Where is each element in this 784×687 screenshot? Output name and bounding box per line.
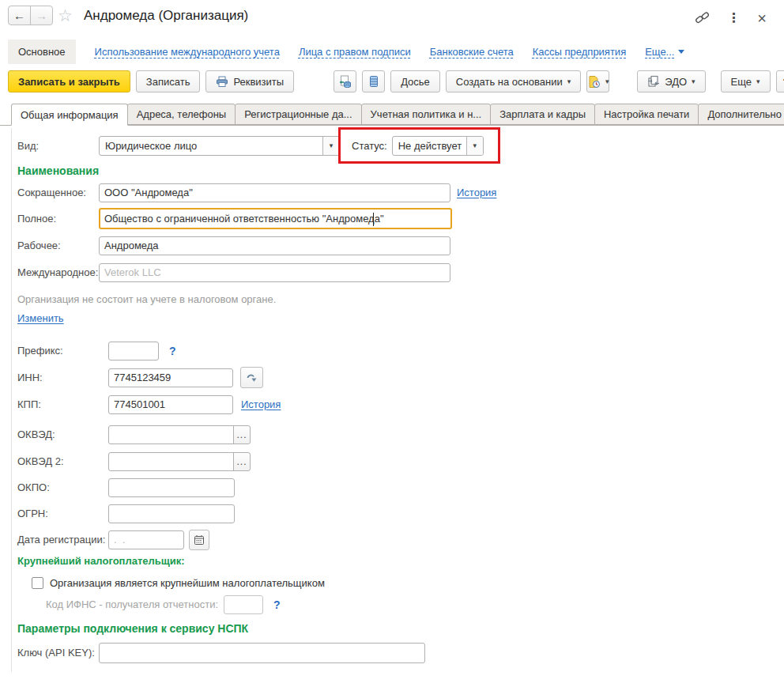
field-row-taxpayer-checkbox: Организация является крупнейшим налогопл… <box>32 572 325 594</box>
more-button[interactable]: Еще ▾ <box>721 70 771 92</box>
status-label: Статус: <box>352 140 387 152</box>
nav-item-signatories[interactable]: Лица с правом подписи <box>299 46 411 58</box>
document-database-icon <box>338 75 352 89</box>
okpo-label: ОКПО: <box>17 481 108 493</box>
short-name-history-link[interactable]: История <box>457 187 496 198</box>
nav-item-international-accounting[interactable]: Использование международного учета <box>95 46 280 58</box>
okved2-label: ОКВЭД 2: <box>17 455 108 467</box>
attached-files-button[interactable] <box>334 70 356 92</box>
organization-card-window: ← → ☆ Андромеда (Организация) ⋮ × Основн… <box>0 0 784 687</box>
tab-print-settings[interactable]: Настройка печати <box>594 104 699 125</box>
edo-button[interactable]: ЭДО ▾ <box>637 70 705 92</box>
window-controls: ⋮ × <box>695 0 784 36</box>
tab-payroll-hr[interactable]: Зарплата и кадры <box>490 104 595 125</box>
tab-bar: Общая информация Адреса, телефоны Регист… <box>0 104 784 126</box>
tab-accounting-policy[interactable]: Учетная политика и н... <box>361 104 492 125</box>
field-row-okved2: ОКВЭД 2: ... <box>17 451 251 472</box>
scheduled-document-button[interactable]: ▾ <box>586 70 609 92</box>
calendar-button[interactable] <box>189 530 209 550</box>
registration-date-label: Дата регистрации: <box>17 534 108 545</box>
requisites-label: Реквизиты <box>233 76 284 88</box>
ifns-code-input[interactable] <box>224 595 263 614</box>
ifns-code-hint[interactable]: ? <box>273 598 281 611</box>
section-header-largest-taxpayer: Крупнейший налогоплательщик: <box>17 555 185 567</box>
toolbar: Записать и закрыть Записать Реквизиты <box>0 70 784 94</box>
inn-label: ИНН: <box>17 372 108 383</box>
field-row-inn: ИНН: <box>17 367 263 388</box>
field-row-international-name: Международное: <box>17 262 450 283</box>
page-title: Андромеда (Организация) <box>84 8 248 24</box>
status-dropdown-button[interactable]: ▾ <box>466 137 483 155</box>
full-name-label: Полное: <box>17 213 99 225</box>
largest-taxpayer-checkbox[interactable] <box>32 577 43 589</box>
get-link-icon[interactable] <box>695 10 710 25</box>
text-caret <box>373 213 374 226</box>
section-nav: Основное Использование международного уч… <box>0 36 784 67</box>
ifns-code-label: Код ИФНС - получателя отчетности: <box>46 598 218 610</box>
kind-value: Юридическое лицо <box>100 140 322 152</box>
create-based-on-button[interactable]: Создать на основании ▾ <box>446 70 581 92</box>
nav-item-more[interactable]: Еще... <box>645 46 684 58</box>
document-clock-icon <box>587 75 601 89</box>
forward-button[interactable]: → <box>30 6 53 25</box>
prefix-hint[interactable]: ? <box>169 345 176 357</box>
okved2-input[interactable] <box>108 452 235 471</box>
save-button[interactable]: Записать <box>136 70 201 92</box>
save-and-close-button[interactable]: Записать и закрыть <box>8 70 130 92</box>
working-name-input[interactable] <box>99 236 450 255</box>
chevron-down-icon: ▾ <box>605 78 609 85</box>
nav-item-bank-accounts[interactable]: Банковские счета <box>430 46 514 58</box>
international-name-input[interactable] <box>99 263 450 282</box>
kind-combobox[interactable]: Юридическое лицо ▾ <box>99 136 340 156</box>
working-name-label: Рабочее: <box>17 240 99 251</box>
status-combobox[interactable]: Не действует ▾ <box>392 136 484 156</box>
requisites-button[interactable]: Реквизиты <box>205 70 294 92</box>
more-menu-icon[interactable]: ⋮ <box>727 10 740 25</box>
chevron-down-icon: ▾ <box>567 78 571 85</box>
field-row-working-name: Рабочее: <box>17 235 450 256</box>
database-stack-button[interactable] <box>362 70 385 92</box>
database-stack-icon <box>368 75 379 88</box>
kpp-label: КПП: <box>17 398 108 410</box>
fill-by-inn-button[interactable] <box>240 367 263 388</box>
inn-input[interactable] <box>108 368 233 387</box>
kind-dropdown-button[interactable]: ▾ <box>322 137 339 155</box>
chevron-down-icon <box>678 50 684 54</box>
calendar-icon <box>194 534 205 545</box>
field-row-api-key: Ключ (API KEY): <box>17 642 425 663</box>
chevron-down-icon: ▾ <box>756 78 760 85</box>
nav-item-cash-desks[interactable]: Кассы предприятия <box>533 46 626 58</box>
kpp-input[interactable] <box>108 395 233 414</box>
field-row-okved: ОКВЭД: ... <box>17 424 251 445</box>
okved-input[interactable] <box>108 425 235 444</box>
kpp-history-link[interactable]: История <box>241 398 281 410</box>
arrow-right-icon: → <box>36 9 47 22</box>
tab-additional[interactable]: Дополнительно <box>698 104 784 125</box>
okpo-input[interactable] <box>108 478 235 497</box>
api-key-label: Ключ (API KEY): <box>17 647 99 659</box>
help-button[interactable]: ? <box>776 70 784 92</box>
tab-general-info[interactable]: Общая информация <box>11 104 128 126</box>
tab-addresses[interactable]: Адреса, телефоны <box>127 104 236 125</box>
field-row-kind-status: Вид: Юридическое лицо ▾ Статус: Не дейст… <box>17 135 484 157</box>
section-header-names: Наименования <box>17 164 99 177</box>
field-row-okpo: ОКПО: <box>17 477 235 498</box>
field-row-prefix: Префикс: ? <box>17 340 176 361</box>
okved-select-button[interactable]: ... <box>233 425 251 444</box>
field-row-kpp: КПП: История <box>17 394 281 415</box>
api-key-input[interactable] <box>99 643 425 663</box>
nav-item-main[interactable]: Основное <box>8 40 76 64</box>
prefix-input[interactable] <box>108 342 159 360</box>
registration-date-input[interactable] <box>108 530 184 549</box>
change-link[interactable]: Изменить <box>17 312 64 324</box>
ogrn-input[interactable] <box>108 504 235 523</box>
okved2-select-button[interactable]: ... <box>233 452 251 471</box>
prefix-label: Префикс: <box>17 345 108 357</box>
back-button[interactable]: ← <box>8 6 31 25</box>
close-icon[interactable]: × <box>757 10 767 26</box>
short-name-input[interactable] <box>99 183 450 202</box>
tab-registration-data[interactable]: Регистрационные да... <box>235 104 361 125</box>
favorite-star-icon[interactable]: ☆ <box>58 6 73 25</box>
dossier-button[interactable]: Досье <box>390 70 440 92</box>
full-name-input[interactable]: Общество с ограниченной ответственностью… <box>99 208 452 229</box>
